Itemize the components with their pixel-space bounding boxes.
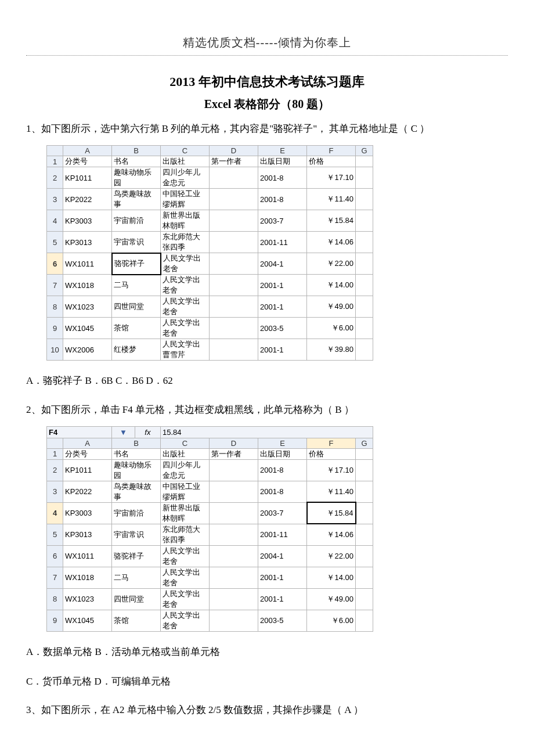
cell (210, 189, 258, 210)
cell: 宇宙前沿 (112, 210, 161, 232)
cell: 2001-8 (258, 167, 307, 189)
cell: 人民文学出老舍 (161, 318, 210, 339)
cell: 价格 (307, 448, 356, 459)
question-2-text: 2、如下图所示，单击 F4 单元格，其边框变成粗黑线，此单元格称为（ B ） (26, 402, 508, 417)
col-header: D (210, 438, 258, 448)
row-header: 5 (47, 232, 63, 253)
cell: 出版日期 (258, 448, 307, 459)
cell: 2001-1 (258, 339, 307, 361)
row-header: 2 (47, 459, 63, 481)
cell (356, 567, 373, 588)
cell: 四川少年儿金忠元 (161, 167, 210, 189)
cell: 2004-1 (258, 545, 307, 567)
cell: 第一作者 (210, 156, 258, 167)
cell: ￥22.00 (307, 545, 356, 567)
cell: 新世界出版林朝晖 (161, 210, 210, 232)
col-header: B (112, 438, 161, 448)
cell: ￥17.10 (307, 459, 356, 481)
cell: 2003-5 (258, 318, 307, 339)
cell: 趣味动物乐园 (112, 459, 161, 481)
row-header: 3 (47, 481, 63, 502)
cell: WX2006 (63, 339, 112, 361)
cell: 鸟类趣味故事 (112, 481, 161, 502)
fx-icon: fx (135, 426, 160, 438)
cell: KP2022 (63, 189, 112, 210)
cell: 2003-7 (258, 210, 307, 232)
cell (356, 296, 373, 318)
question-1-options: A．骆驼祥子 B．6B C．B6 D．62 (26, 372, 508, 390)
row-header: 1 (47, 156, 63, 167)
cell: 2001-1 (258, 275, 307, 296)
cell: 2004-1 (258, 253, 307, 275)
row-header: 2 (47, 167, 63, 189)
cell (356, 459, 373, 481)
cell (210, 545, 258, 567)
cell (356, 156, 373, 167)
cell (210, 275, 258, 296)
cell: 人民文学出老舍 (161, 588, 210, 610)
cell: ￥17.10 (307, 167, 356, 189)
row-header: 8 (47, 588, 63, 610)
question-2-options-line1: A．数据单元格 B．活动单元格或当前单元格 (26, 643, 508, 661)
cell: 趣味动物乐园 (112, 167, 161, 189)
cell: 2003-7 (258, 502, 307, 524)
cell (356, 189, 373, 210)
cell (210, 524, 258, 545)
cell (356, 588, 373, 610)
row-header-selected: 4 (47, 502, 63, 524)
cell: WX1023 (63, 296, 112, 318)
col-header: B (112, 146, 161, 156)
cell (210, 481, 258, 502)
cell (356, 481, 373, 502)
cell (356, 502, 373, 524)
active-cell: ￥15.84 (307, 502, 356, 524)
cell: 宇宙前沿 (112, 502, 161, 524)
cell: 2001-1 (258, 588, 307, 610)
cell: 分类号 (63, 156, 112, 167)
col-header: G (356, 146, 373, 156)
col-header: C (161, 146, 210, 156)
cell: WX1018 (63, 275, 112, 296)
row-header-selected: 6 (47, 253, 63, 275)
cell (356, 610, 373, 631)
page-header: 精选优质文档-----倾情为你奉上 (26, 35, 508, 56)
cell (210, 459, 258, 481)
col-header: E (258, 146, 307, 156)
formula-bar: 15.84 (161, 426, 373, 438)
cell: 茶馆 (112, 318, 161, 339)
cell: KP1011 (63, 167, 112, 189)
cell: ￥14.00 (307, 275, 356, 296)
cell: KP3003 (63, 502, 112, 524)
cell (210, 296, 258, 318)
question-2-options-line2: C．货币单元格 D．可编辑单元格 (26, 673, 508, 691)
cell (356, 275, 373, 296)
cell: 宇宙常识 (112, 524, 161, 545)
cell (210, 318, 258, 339)
cell (210, 502, 258, 524)
cell (356, 253, 373, 275)
row-header: 7 (47, 567, 63, 588)
cell: 人民文学出老舍 (161, 275, 210, 296)
col-header: E (258, 438, 307, 448)
cell: 分类号 (63, 448, 112, 459)
cell: 2003-5 (258, 610, 307, 631)
col-header: A (63, 146, 112, 156)
cell: 人民文学出老舍 (161, 253, 210, 275)
cell: WX1011 (63, 545, 112, 567)
cell (210, 339, 258, 361)
cell: 出版社 (161, 448, 210, 459)
cell: 2001-8 (258, 481, 307, 502)
cell: 第一作者 (210, 448, 258, 459)
row-header: 3 (47, 189, 63, 210)
cell: WX1045 (63, 610, 112, 631)
cell: KP1011 (63, 459, 112, 481)
question-3-text: 3、如下图所示，在 A2 单元格中输入分数 2/5 数值数据，其操作步骤是（ A… (26, 702, 508, 718)
cell: 价格 (307, 156, 356, 167)
cell (356, 210, 373, 232)
cell: 书名 (112, 156, 161, 167)
cell: 东北师范大张四季 (161, 524, 210, 545)
cell: 宇宙常识 (112, 232, 161, 253)
cell: ￥14.00 (307, 567, 356, 588)
cell (210, 567, 258, 588)
corner-cell (47, 146, 63, 156)
